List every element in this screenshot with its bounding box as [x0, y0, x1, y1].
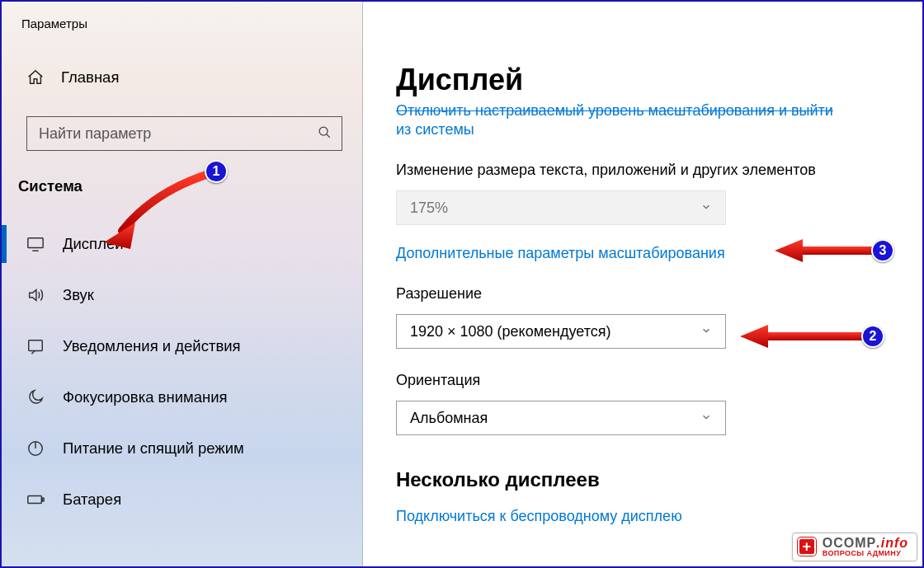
settings-sidebar: Параметры Главная Система [2, 2, 363, 566]
multiple-displays-title: Несколько дисплеев [396, 468, 922, 491]
sidebar-nav: Дисплей Звук Уведомления и действия [2, 218, 362, 525]
moon-icon [26, 388, 45, 406]
orientation-value: Альбомная [410, 410, 488, 427]
monitor-icon [26, 235, 45, 253]
chevron-down-icon [700, 410, 712, 427]
search-box[interactable] [26, 116, 342, 151]
annotation-badge-1: 1 [205, 160, 228, 183]
sidebar-item-label: Дисплей [63, 235, 124, 253]
search-input[interactable] [39, 125, 311, 143]
sidebar-item-label: Питание и спящий режим [63, 439, 244, 458]
sidebar-item-display[interactable]: Дисплей [2, 218, 362, 270]
disable-custom-scaling-link[interactable]: Отключить настраиваемый уровень масштаби… [396, 102, 899, 138]
svg-rect-4 [28, 495, 42, 503]
app-title: Параметры [2, 2, 362, 31]
scale-value: 175% [410, 200, 448, 217]
notification-icon [26, 337, 45, 355]
watermark-subtitle: ВОПРОСЫ АДМИНУ [823, 550, 908, 558]
sidebar-item-label: Батарея [63, 491, 121, 509]
page-title: Дисплей [396, 63, 922, 97]
scale-label: Изменение размера текста, приложений и д… [396, 162, 922, 179]
sidebar-item-notifications[interactable]: Уведомления и действия [2, 321, 362, 372]
wireless-display-link[interactable]: Подключиться к беспроводному дисплею [396, 508, 682, 525]
battery-icon [26, 491, 45, 509]
sidebar-item-label: Звук [63, 286, 94, 304]
watermark-plus-icon: + [798, 537, 816, 556]
watermark: + OCOMP.info ВОПРОСЫ АДМИНУ [792, 533, 917, 561]
chevron-down-icon [700, 323, 712, 340]
chevron-down-icon [700, 200, 712, 217]
settings-main: Дисплей Отключить настраиваемый уровень … [363, 2, 922, 566]
sidebar-section-label: Система [2, 151, 362, 200]
orientation-label: Ориентация [396, 372, 922, 389]
annotation-badge-2: 2 [861, 325, 884, 348]
sidebar-item-focus[interactable]: Фокусировка внимания [2, 372, 362, 423]
power-icon [26, 439, 45, 458]
svg-point-0 [319, 127, 328, 135]
sound-icon [26, 286, 45, 304]
sidebar-home[interactable]: Главная [2, 59, 362, 96]
resolution-dropdown[interactable]: 1920 × 1080 (рекомендуется) [396, 314, 726, 349]
watermark-brand: OCOMP [823, 536, 876, 550]
sidebar-item-battery[interactable]: Батарея [2, 474, 362, 525]
orientation-dropdown[interactable]: Альбомная [396, 401, 726, 435]
search-icon [311, 125, 332, 142]
watermark-suffix: .info [876, 536, 908, 550]
home-icon [26, 68, 45, 87]
svg-rect-1 [28, 238, 43, 248]
advanced-scaling-link[interactable]: Дополнительные параметры масштабирования [396, 245, 725, 262]
svg-rect-2 [29, 340, 43, 351]
resolution-label: Разрешение [396, 285, 922, 303]
svg-rect-5 [42, 498, 44, 501]
scale-dropdown: 175% [396, 190, 726, 225]
sidebar-home-label: Главная [61, 68, 119, 87]
annotation-badge-3: 3 [871, 239, 894, 262]
sidebar-item-label: Фокусировка внимания [63, 388, 228, 406]
link-text-line2: из системы [396, 121, 899, 138]
sidebar-item-sound[interactable]: Звук [2, 270, 362, 321]
sidebar-item-power[interactable]: Питание и спящий режим [2, 423, 362, 474]
link-text-line1: Отключить настраиваемый уровень масштаби… [396, 102, 899, 120]
resolution-value: 1920 × 1080 (рекомендуется) [410, 323, 611, 340]
sidebar-item-label: Уведомления и действия [63, 337, 241, 355]
